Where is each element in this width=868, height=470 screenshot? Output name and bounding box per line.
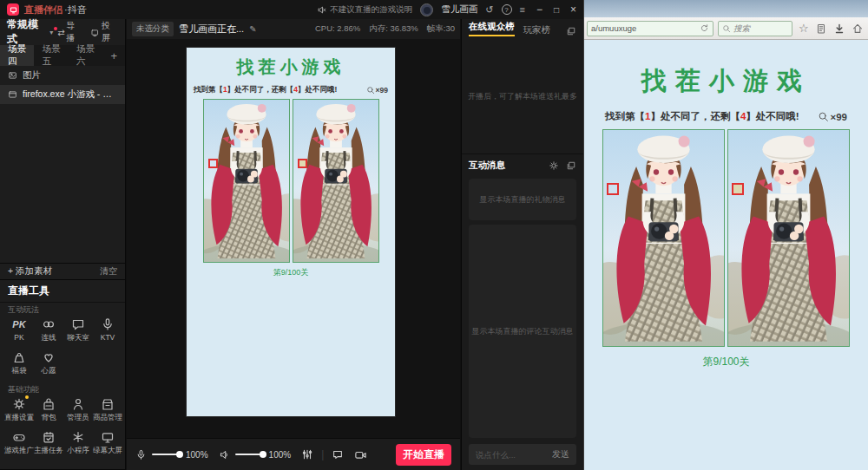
start-live-button[interactable]: 开始直播 [396,444,451,466]
search-bar[interactable] [718,21,792,36]
mic-icon[interactable] [135,449,147,460]
help-icon[interactable]: ? [502,4,512,15]
gift-messages-empty: 显示本场直播的礼物消息 [469,179,576,220]
preview-canvas: 找茬小游戏 找到第【1】处不同了，还剩【4】处不同哦! ×99 第9/100关 [127,39,460,438]
director-button[interactable]: ⇄ 导播 [57,20,82,44]
bookmarks-sidebar-icon[interactable] [815,23,827,35]
tool-wish[interactable]: 心愿 [34,349,63,382]
game-title: 找茬小游戏 [187,48,395,79]
puzzle-image-left[interactable] [602,129,725,347]
chat-input-bar: 发送 [469,444,576,465]
username: 雪儿画画 [441,3,477,16]
tools-title: 直播工具 [0,280,125,303]
tool-chatroom[interactable]: 聊天室 [63,317,93,349]
tool-link[interactable]: 连线 [34,317,63,349]
clear-button[interactable]: 清空 [100,265,117,277]
menu-icon[interactable]: ≡ [520,5,525,15]
popout-icon[interactable] [566,160,576,171]
swap-icon: ⇄ [57,28,64,37]
camera-icon[interactable] [354,448,367,461]
tab-online-audience[interactable]: 在线观众榜 [469,21,515,36]
tool-live-settings[interactable]: 直播设置 [4,396,34,429]
tool-pk[interactable]: PKPK [4,317,34,349]
divider: | [321,448,324,460]
search-input[interactable] [733,23,788,33]
level-indicator: 第9/100关 [584,355,868,369]
game-page: 找茬小游戏 找到第【1】处不同了，还剩【4】处不同哦! ×99 第9/100关 [584,40,868,470]
mic-icon [101,317,115,331]
magnifier-count: ×99 [366,86,388,95]
tab-scene-6[interactable]: 场景六 [69,45,102,66]
category-tag[interactable]: 未选分类 [132,22,174,36]
cast-icon [90,28,100,37]
bottom-bar: 100% 100% | 开始直播 [127,438,460,470]
popout-icon[interactable] [566,26,576,36]
app-titlebar: 直播伴侣 ·抖音 不建议直播的游戏说明 雪儿画画 ↺ ? ≡ − □ × [0,0,583,19]
mic-volume-slider[interactable] [152,454,181,455]
source-item-image[interactable]: 图片 [0,66,125,85]
speaker-volume-slider[interactable] [235,454,264,455]
tool-green-screen[interactable]: 绿幕大屏 [93,429,122,462]
tool-ktv[interactable]: KTV [93,317,122,349]
lucky-bag-icon [12,350,26,364]
tab-players[interactable]: 玩家榜 [523,24,551,36]
puzzle-image-right[interactable] [293,99,379,263]
game-notice[interactable]: 不建议直播的游戏说明 [317,4,412,16]
shop-icon [101,397,115,411]
section-basic: 基础功能 [0,382,125,396]
image-icon [8,70,17,81]
edit-icon[interactable]: ✎ [249,24,256,34]
minimize-button[interactable]: − [536,3,542,16]
mixer-icon[interactable] [301,448,313,460]
comment-bubble-icon[interactable] [332,448,344,460]
tool-mini-program[interactable]: 小程序 [63,429,93,462]
game-preview[interactable]: 找茬小游戏 找到第【1】处不同了，还剩【4】处不同哦! ×99 第9/100关 [187,48,395,416]
sidebar: 常规模式 ▾ ⇄ 导播 投屏 场景四 场景五 场景六 + 图片 [0,19,126,470]
browser-titlebar[interactable] [584,0,868,17]
scene-tabs: 场景四 场景五 场景六 + [0,45,125,66]
gear-icon[interactable] [549,160,559,171]
avatar[interactable] [420,3,433,16]
refresh-icon[interactable]: ↺ [485,5,493,15]
send-button[interactable]: 发送 [552,448,569,460]
level-indicator: 第9/100关 [187,267,395,278]
fps-stat: 帧率:30 [427,23,455,35]
girl-illustration [603,130,724,346]
source-item-firefox[interactable]: firefox.exe 小游戏 - Mozilla Fir... [0,85,125,104]
speaker-volume-value: 100% [269,450,292,460]
url-input[interactable] [591,23,697,33]
reload-icon[interactable] [700,23,709,33]
url-bar[interactable] [587,21,713,36]
chat-input[interactable] [476,450,547,460]
home-icon[interactable] [852,23,864,35]
tab-scene-4[interactable]: 场景四 [0,45,34,66]
main-area: 未选分类 雪儿画画正在... ✎ CPU: 2.86% 内存: 36.83% 帧… [127,19,460,470]
downloads-icon[interactable] [833,23,845,35]
tool-luckybag[interactable]: 福袋 [4,349,34,382]
speaker-icon[interactable] [219,449,230,460]
app-logo-icon [7,3,19,16]
add-scene-button[interactable]: + [102,45,125,66]
found-marker [607,183,619,195]
tool-game-promo[interactable]: 游戏推广 [4,429,34,462]
search-icon [722,24,731,33]
puzzle-image-right[interactable] [727,129,850,347]
mode-selector[interactable]: 常规模式 [7,17,47,47]
section-interactive: 互动玩法 [0,303,125,317]
close-button[interactable]: × [570,3,576,16]
right-panel: 在线观众榜 玩家榜 开播后，可了解本场谁送礼最多 互动消息 显示本场直播的礼物消… [461,19,583,470]
bookmark-star-icon[interactable]: ☆ [799,23,809,34]
screen: 直播伴侣 ·抖音 不建议直播的游戏说明 雪儿画画 ↺ ? ≡ − □ × 常规模… [0,0,868,470]
maximize-button[interactable]: □ [554,5,559,15]
add-material-button[interactable]: + 添加素材 [8,265,52,277]
tool-admin[interactable]: 管理员 [63,396,93,429]
link-icon [42,317,56,331]
magnifier-count: ×99 [818,111,847,122]
tool-anchor-task[interactable]: 主播任务 [34,429,63,462]
tool-products[interactable]: 商品管理 [93,396,122,429]
tool-backpack[interactable]: 背包 [34,396,63,429]
tab-scene-5[interactable]: 场景五 [34,45,68,66]
cast-button[interactable]: 投屏 [90,20,118,44]
puzzle-image-left[interactable] [203,99,290,263]
mic-volume-value: 100% [186,450,208,460]
